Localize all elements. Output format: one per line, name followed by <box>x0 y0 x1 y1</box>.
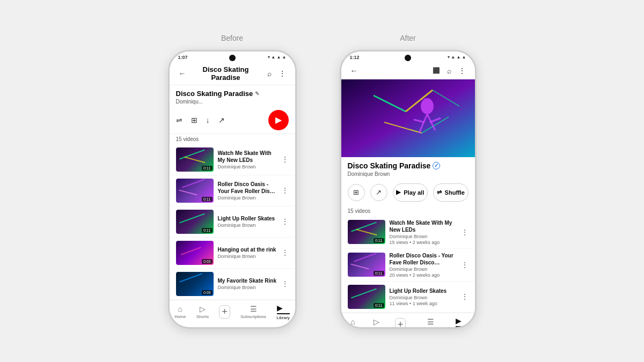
before-video-author-5: Dominique Brown <box>218 285 277 290</box>
after-more-2[interactable]: ⋮ <box>461 261 469 269</box>
after-create-icon: + <box>395 318 406 329</box>
before-nav-home[interactable]: ⌂ Home <box>174 305 186 319</box>
before-time: 1:07 <box>178 55 188 60</box>
before-more-5[interactable]: ⋮ <box>281 279 289 288</box>
after-nav-subscriptions[interactable]: ☰ Subscriptions <box>418 317 444 329</box>
before-nav-create[interactable]: + <box>219 305 230 319</box>
after-verified-icon: ✓ <box>433 162 440 169</box>
after-cast-icon[interactable]: ⬛ <box>430 64 443 77</box>
after-share-btn[interactable]: ↗ <box>370 184 387 201</box>
after-playlist-title: Disco Skating Paradise ✓ <box>348 161 469 170</box>
before-video-title-4: Hanging out at the rink <box>218 246 277 253</box>
after-duration-2: 0:11 <box>374 271 384 276</box>
after-video-info-2: Roller Disco Oasis - Your Fave Roller Di… <box>390 252 457 278</box>
after-shuffle-btn[interactable]: ⇌ Shuffle <box>433 183 469 202</box>
after-subscriptions-icon: ☰ <box>427 317 434 326</box>
before-nav-shorts[interactable]: ▷ Shorts <box>196 305 209 319</box>
after-section: After 1:12 ▾ ▲ ▲ ▲ ← ⬛ ⌕ ⋮ <box>340 34 477 329</box>
before-video-info-2: Roller Disco Oasis - Your Fave Roller Di… <box>218 181 277 201</box>
before-more-4[interactable]: ⋮ <box>281 248 289 257</box>
before-back-icon[interactable]: ← <box>176 67 189 80</box>
hero-svg <box>341 79 475 157</box>
before-video-count: 15 videos <box>170 134 295 144</box>
after-back-icon[interactable]: ← <box>348 64 361 77</box>
before-thumb-5: 0:09 <box>176 272 214 296</box>
after-top-nav: ← ⬛ ⌕ ⋮ <box>341 62 475 79</box>
before-video-title-1: Watch Me Skate With My New LEDs <box>218 150 277 164</box>
shorts-icon: ▷ <box>200 305 206 313</box>
before-status-icons: ▾ ▲ ▲ ▲ <box>268 55 286 60</box>
before-video-item-2[interactable]: 0:11 Roller Disco Oasis - Your Fave Roll… <box>170 175 295 206</box>
after-video-item-1[interactable]: 0:11 Watch Me Skate With My New LEDs Dom… <box>341 216 475 249</box>
after-video-author-2: Dominique Brown <box>390 267 457 272</box>
before-video-item-5[interactable]: 0:09 My Favorite Skate Rink Dominique Br… <box>170 269 295 300</box>
after-search-icon[interactable]: ⌕ <box>443 64 456 77</box>
before-top-nav: ← Disco Skating Paradise ⌕ ⋮ <box>170 62 295 85</box>
before-video-title-3: Light Up Roller Skates <box>218 215 277 222</box>
before-shuffle-icon[interactable]: ⇌ <box>176 116 182 124</box>
subscriptions-icon: ☰ <box>250 305 257 313</box>
after-video-author-1: Dominique Brown <box>390 234 457 239</box>
play-icon: ▶ <box>396 189 400 196</box>
svg-point-6 <box>421 98 434 114</box>
before-nav-library[interactable]: ▶ Library <box>276 304 289 320</box>
after-phone: 1:12 ▾ ▲ ▲ ▲ ← ⬛ ⌕ ⋮ <box>340 50 477 329</box>
before-video-info-1: Watch Me Skate With My New LEDs Dominiqu… <box>218 150 277 169</box>
before-edit-icon: ✎ <box>255 91 259 97</box>
after-video-info-3: Light Up Roller Skates Dominique Brown 1… <box>390 287 457 306</box>
after-bottom-nav: ⌂ Home ▷ Shorts + ☰ Subscriptions ▶ Libr… <box>341 313 475 329</box>
before-video-author-4: Dominique Brown <box>218 254 277 259</box>
before-share-icon[interactable]: ↗ <box>218 116 225 124</box>
after-duration-3: 0:11 <box>374 303 384 308</box>
before-phone: 1:07 ▾ ▲ ▲ ▲ ← Disco Skating Paradise ⌕ … <box>168 50 297 329</box>
after-nav-library[interactable]: ▶ Library <box>456 316 469 329</box>
before-video-author-2: Dominique Brown <box>218 195 277 201</box>
after-video-item-2[interactable]: 0:11 Roller Disco Oasis - Your Fave Roll… <box>341 249 475 282</box>
before-add-icon[interactable]: ⊞ <box>191 116 197 124</box>
before-nav-title: Disco Skating Paradise <box>189 65 263 82</box>
before-play-fab[interactable]: ▶ <box>268 110 289 130</box>
after-shorts-icon: ▷ <box>374 317 379 326</box>
after-video-title-1: Watch Me Skate With My New LEDs <box>390 219 457 233</box>
after-video-views-2: 20 views • 2 weeks ago <box>390 272 457 278</box>
before-playlist-author: Dominiqu... <box>176 99 289 105</box>
before-video-info-3: Light Up Roller Skates Dominique Brown <box>218 215 277 228</box>
before-more-2[interactable]: ⋮ <box>281 186 289 195</box>
before-video-item-4[interactable]: 0:03 Hanging out at the rink Dominique B… <box>170 238 295 269</box>
before-more-3[interactable]: ⋮ <box>281 217 289 226</box>
after-thumb-1: 0:11 <box>348 220 385 244</box>
shuffle-label: Shuffle <box>445 189 465 196</box>
after-video-views-1: 15 views • 2 weeks ago <box>390 240 457 245</box>
before-more-1[interactable]: ⋮ <box>281 155 289 164</box>
before-video-item-3[interactable]: 0:11 Light Up Roller Skates Dominique Br… <box>170 206 295 238</box>
after-duration-1: 0:11 <box>374 238 384 243</box>
before-duration-3: 0:11 <box>202 228 213 233</box>
after-hero-content <box>341 79 475 157</box>
before-more-icon[interactable]: ⋮ <box>276 67 289 80</box>
before-download-icon[interactable]: ↓ <box>206 116 210 124</box>
after-nav-create[interactable]: + <box>395 318 406 329</box>
home-icon: ⌂ <box>178 305 182 313</box>
after-status-icons: ▾ ▲ ▲ ▲ <box>448 55 466 60</box>
before-nav-subscriptions[interactable]: ☰ Subscriptions <box>240 305 266 319</box>
before-action-row: ⇌ ⊞ ↓ ↗ ▶ <box>170 107 295 134</box>
after-video-item-3[interactable]: 0:11 Light Up Roller Skates Dominique Br… <box>341 282 475 313</box>
after-play-all-btn[interactable]: ▶ Play all <box>393 183 428 202</box>
before-playlist-header: Disco Skating Paradise ✎ Dominiqu... <box>170 85 295 107</box>
camera-notch <box>229 55 236 61</box>
after-add-btn[interactable]: ⊞ <box>348 184 365 201</box>
after-video-title-2: Roller Disco Oasis - Your Fave Roller Di… <box>390 252 457 266</box>
after-more-icon[interactable]: ⋮ <box>456 64 469 77</box>
after-video-title-3: Light Up Roller Skates <box>390 287 457 294</box>
after-camera-notch <box>405 55 411 61</box>
after-nav-home[interactable]: ⌂ Home <box>347 317 358 329</box>
before-video-item-1[interactable]: 0:11 Watch Me Skate With My New LEDs Dom… <box>170 144 295 175</box>
after-more-1[interactable]: ⋮ <box>461 228 469 237</box>
before-section: Before 1:07 ▾ ▲ ▲ ▲ ← Disco Skating Para… <box>168 34 297 329</box>
after-more-3[interactable]: ⋮ <box>461 292 469 301</box>
after-library-icon: ▶ <box>456 316 469 327</box>
before-search-icon[interactable]: ⌕ <box>263 67 276 80</box>
before-video-title-2: Roller Disco Oasis - Your Fave Roller Di… <box>218 181 277 195</box>
before-video-author-3: Dominique Brown <box>218 223 277 228</box>
after-nav-shorts[interactable]: ▷ Shorts <box>370 317 383 329</box>
